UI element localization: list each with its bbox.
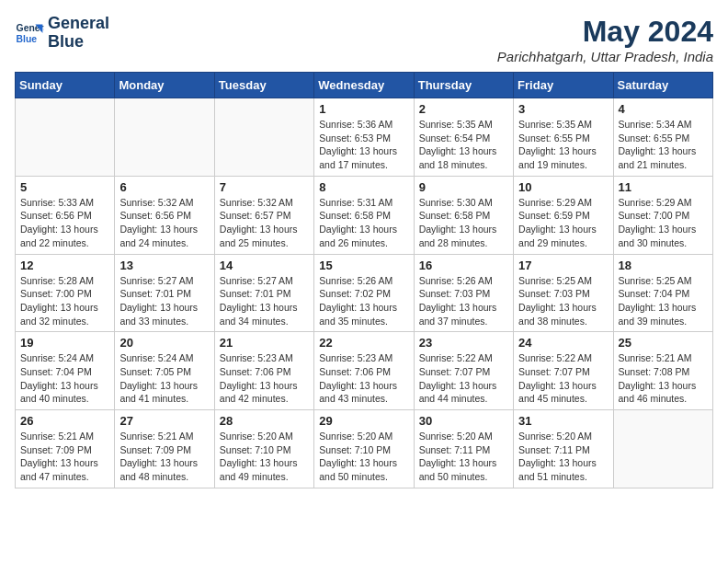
calendar-cell: 6Sunrise: 5:32 AM Sunset: 6:56 PM Daylig… (115, 176, 214, 254)
day-info: Sunrise: 5:23 AM Sunset: 7:06 PM Dayligh… (319, 351, 408, 406)
day-number: 21 (220, 336, 309, 350)
logo-text: General Blue (48, 15, 109, 52)
calendar-week-row: 26Sunrise: 5:21 AM Sunset: 7:09 PM Dayli… (16, 410, 713, 488)
calendar-cell: 19Sunrise: 5:24 AM Sunset: 7:04 PM Dayli… (16, 332, 115, 410)
day-number: 31 (518, 414, 608, 428)
calendar-cell: 13Sunrise: 5:27 AM Sunset: 7:01 PM Dayli… (115, 254, 214, 332)
calendar-cell: 20Sunrise: 5:24 AM Sunset: 7:05 PM Dayli… (115, 332, 214, 410)
calendar-cell: 9Sunrise: 5:30 AM Sunset: 6:58 PM Daylig… (414, 176, 513, 254)
day-info: Sunrise: 5:30 AM Sunset: 6:58 PM Dayligh… (419, 196, 508, 250)
calendar-cell: 16Sunrise: 5:26 AM Sunset: 7:03 PM Dayli… (414, 254, 513, 332)
calendar-header-tuesday: Tuesday (214, 73, 313, 98)
calendar-cell: 29Sunrise: 5:20 AM Sunset: 7:10 PM Dayli… (314, 410, 414, 488)
title-block: May 2024 Parichhatgarh, Uttar Pradesh, I… (497, 15, 713, 64)
day-number: 3 (518, 102, 608, 116)
day-info: Sunrise: 5:27 AM Sunset: 7:01 PM Dayligh… (119, 274, 209, 328)
logo-icon: General Blue (15, 18, 44, 48)
day-info: Sunrise: 5:24 AM Sunset: 7:05 PM Dayligh… (119, 351, 209, 406)
day-info: Sunrise: 5:21 AM Sunset: 7:08 PM Dayligh… (619, 351, 708, 406)
day-info: Sunrise: 5:29 AM Sunset: 6:59 PM Dayligh… (518, 196, 608, 250)
day-number: 10 (518, 180, 608, 194)
day-info: Sunrise: 5:20 AM Sunset: 7:11 PM Dayligh… (518, 430, 608, 484)
logo: General Blue General Blue (15, 15, 109, 52)
calendar-cell: 27Sunrise: 5:21 AM Sunset: 7:09 PM Dayli… (115, 410, 214, 488)
calendar-cell: 4Sunrise: 5:34 AM Sunset: 6:55 PM Daylig… (613, 98, 712, 177)
day-number: 8 (319, 180, 408, 194)
day-number: 26 (20, 414, 109, 428)
day-number: 28 (220, 414, 309, 428)
day-number: 4 (619, 102, 708, 116)
day-number: 23 (419, 336, 508, 350)
day-info: Sunrise: 5:26 AM Sunset: 7:02 PM Dayligh… (319, 274, 408, 328)
day-info: Sunrise: 5:20 AM Sunset: 7:11 PM Dayligh… (419, 430, 508, 484)
calendar-header-monday: Monday (115, 73, 214, 98)
day-info: Sunrise: 5:34 AM Sunset: 6:55 PM Dayligh… (619, 118, 708, 172)
calendar-cell: 12Sunrise: 5:28 AM Sunset: 7:00 PM Dayli… (16, 254, 115, 332)
day-info: Sunrise: 5:21 AM Sunset: 7:09 PM Dayligh… (119, 430, 209, 484)
calendar-cell: 26Sunrise: 5:21 AM Sunset: 7:09 PM Dayli… (16, 410, 115, 488)
day-info: Sunrise: 5:29 AM Sunset: 7:00 PM Dayligh… (619, 196, 708, 250)
day-number: 15 (319, 259, 408, 272)
calendar-header-sunday: Sunday (16, 73, 115, 98)
calendar-cell: 23Sunrise: 5:22 AM Sunset: 7:07 PM Dayli… (414, 332, 513, 410)
page-header: General Blue General Blue May 2024 Paric… (15, 15, 713, 64)
day-number: 25 (619, 336, 708, 350)
day-number: 17 (518, 259, 608, 272)
calendar-cell: 17Sunrise: 5:25 AM Sunset: 7:03 PM Dayli… (514, 254, 613, 332)
day-number: 16 (419, 259, 508, 272)
calendar-cell: 5Sunrise: 5:33 AM Sunset: 6:56 PM Daylig… (16, 176, 115, 254)
calendar-cell (115, 98, 214, 177)
day-number: 13 (119, 259, 209, 272)
day-number: 29 (319, 414, 408, 428)
calendar-cell (214, 98, 313, 177)
day-info: Sunrise: 5:32 AM Sunset: 6:57 PM Dayligh… (220, 196, 309, 250)
day-info: Sunrise: 5:31 AM Sunset: 6:58 PM Dayligh… (319, 196, 408, 250)
day-info: Sunrise: 5:28 AM Sunset: 7:00 PM Dayligh… (20, 274, 109, 328)
day-info: Sunrise: 5:20 AM Sunset: 7:10 PM Dayligh… (220, 430, 309, 484)
day-number: 6 (119, 180, 209, 194)
day-number: 30 (419, 414, 508, 428)
calendar-week-row: 5Sunrise: 5:33 AM Sunset: 6:56 PM Daylig… (16, 176, 713, 254)
calendar-cell: 1Sunrise: 5:36 AM Sunset: 6:53 PM Daylig… (314, 98, 414, 177)
calendar-cell (16, 98, 115, 177)
calendar-week-row: 1Sunrise: 5:36 AM Sunset: 6:53 PM Daylig… (16, 98, 713, 177)
day-info: Sunrise: 5:20 AM Sunset: 7:10 PM Dayligh… (319, 430, 408, 484)
day-number: 1 (319, 102, 408, 116)
day-number: 11 (619, 180, 708, 194)
calendar-cell: 3Sunrise: 5:35 AM Sunset: 6:55 PM Daylig… (514, 98, 613, 177)
calendar-cell: 30Sunrise: 5:20 AM Sunset: 7:11 PM Dayli… (414, 410, 513, 488)
day-number: 12 (20, 259, 109, 272)
day-number: 14 (220, 259, 309, 272)
calendar-cell: 18Sunrise: 5:25 AM Sunset: 7:04 PM Dayli… (613, 254, 712, 332)
day-info: Sunrise: 5:35 AM Sunset: 6:55 PM Dayligh… (518, 118, 608, 172)
day-info: Sunrise: 5:32 AM Sunset: 6:56 PM Dayligh… (119, 196, 209, 250)
day-info: Sunrise: 5:23 AM Sunset: 7:06 PM Dayligh… (220, 351, 309, 406)
day-info: Sunrise: 5:36 AM Sunset: 6:53 PM Dayligh… (319, 118, 408, 172)
calendar-week-row: 19Sunrise: 5:24 AM Sunset: 7:04 PM Dayli… (16, 332, 713, 410)
day-info: Sunrise: 5:21 AM Sunset: 7:09 PM Dayligh… (20, 430, 109, 484)
day-info: Sunrise: 5:27 AM Sunset: 7:01 PM Dayligh… (220, 274, 309, 328)
day-info: Sunrise: 5:24 AM Sunset: 7:04 PM Dayligh… (20, 351, 109, 406)
calendar-cell: 10Sunrise: 5:29 AM Sunset: 6:59 PM Dayli… (514, 176, 613, 254)
calendar-cell: 2Sunrise: 5:35 AM Sunset: 6:54 PM Daylig… (414, 98, 513, 177)
month-title: May 2024 (497, 15, 713, 49)
day-number: 24 (518, 336, 608, 350)
day-number: 19 (20, 336, 109, 350)
day-number: 9 (419, 180, 508, 194)
calendar-cell: 11Sunrise: 5:29 AM Sunset: 7:00 PM Dayli… (613, 176, 712, 254)
calendar-header-saturday: Saturday (613, 73, 712, 98)
calendar-cell: 7Sunrise: 5:32 AM Sunset: 6:57 PM Daylig… (214, 176, 313, 254)
calendar-week-row: 12Sunrise: 5:28 AM Sunset: 7:00 PM Dayli… (16, 254, 713, 332)
day-info: Sunrise: 5:22 AM Sunset: 7:07 PM Dayligh… (518, 351, 608, 406)
calendar-cell: 21Sunrise: 5:23 AM Sunset: 7:06 PM Dayli… (214, 332, 313, 410)
calendar-cell: 24Sunrise: 5:22 AM Sunset: 7:07 PM Dayli… (514, 332, 613, 410)
calendar-header-wednesday: Wednesday (314, 73, 414, 98)
day-info: Sunrise: 5:25 AM Sunset: 7:03 PM Dayligh… (518, 274, 608, 328)
day-number: 22 (319, 336, 408, 350)
calendar-cell: 22Sunrise: 5:23 AM Sunset: 7:06 PM Dayli… (314, 332, 414, 410)
day-info: Sunrise: 5:33 AM Sunset: 6:56 PM Dayligh… (20, 196, 109, 250)
calendar-cell: 25Sunrise: 5:21 AM Sunset: 7:08 PM Dayli… (613, 332, 712, 410)
day-number: 27 (119, 414, 209, 428)
day-number: 7 (220, 180, 309, 194)
day-info: Sunrise: 5:25 AM Sunset: 7:04 PM Dayligh… (619, 274, 708, 328)
